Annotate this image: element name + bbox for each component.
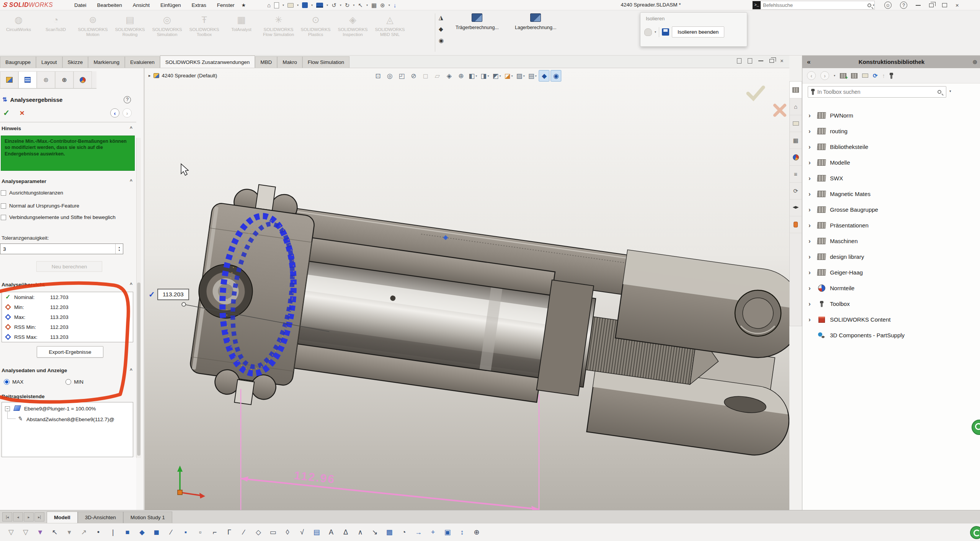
tab-motion-study-1[interactable]: Motion Study 1 — [123, 512, 172, 523]
tab-mysolidworks-training[interactable] — [790, 199, 802, 216]
tab-3d-ansichten[interactable]: 3D-Ansichten — [78, 512, 123, 523]
previous-view-icon[interactable]: ◰ — [396, 70, 407, 82]
expander-icon[interactable]: › — [808, 175, 816, 182]
cancel-button[interactable]: × — [20, 108, 24, 118]
menu-extras[interactable]: Extras — [186, 0, 211, 10]
origin-icon[interactable]: ▫ — [193, 525, 207, 539]
doc-restore-button[interactable] — [769, 59, 774, 63]
tab-forum[interactable]: ⟳ — [790, 183, 802, 199]
tab-modell[interactable]: Modell — [47, 512, 78, 523]
panel-help-icon[interactable]: ? — [124, 96, 131, 103]
graphics-viewport[interactable]: ▸ 4240 Spreader (Default) ⊡ ◎ ◰ ⊘ ◻ ▱ ◈ … — [145, 68, 789, 510]
section-view-icon[interactable]: ⊘ — [408, 70, 419, 82]
tree-item-normteile[interactable]: ›Normteile — [802, 280, 980, 296]
tree-item-bibliotheksteile[interactable]: ›Bibliotheksteile — [802, 139, 980, 155]
help-icon[interactable]: ? — [900, 2, 907, 9]
tab-propertymanager[interactable] — [18, 71, 37, 88]
hinweis-section-header[interactable]: Hinweis ^ — [2, 126, 135, 133]
expander-icon[interactable]: › — [808, 269, 816, 276]
search-caret-icon[interactable]: ▾ — [873, 3, 874, 7]
display-section-header[interactable]: Analysedaten und Anzeige ^ — [2, 368, 135, 375]
view-settings-icon[interactable]: ▤ — [527, 70, 538, 82]
select-caret-icon[interactable]: ▾ — [62, 525, 77, 539]
expander-icon[interactable]: › — [808, 253, 816, 261]
collapse-icon[interactable]: ^ — [130, 126, 132, 131]
restore-button[interactable] — [929, 3, 934, 7]
expander-icon[interactable]: › — [808, 190, 816, 198]
polygon-tool-icon[interactable]: ◆ — [135, 525, 149, 539]
tab-baugruppe[interactable]: Baugruppe — [0, 56, 36, 68]
table-icon[interactable]: ▦ — [371, 2, 377, 9]
plane-tool-icon[interactable]: ▣ — [440, 525, 455, 539]
updown-tool-icon[interactable]: ↕ — [455, 525, 469, 539]
tab-featuremanager[interactable] — [0, 71, 18, 88]
tree-item-3d-components[interactable]: 3D Components - PartSupply — [802, 327, 980, 343]
tree-item-pwnorm[interactable]: ›PWNorm — [802, 108, 980, 123]
tree-item-toolbox[interactable]: ›Toolbox — [802, 296, 980, 312]
addin-flow-simulation[interactable]: ✳SOLIDWORKS Flow Simulation — [260, 13, 297, 37]
collapse-icon[interactable]: ^ — [130, 368, 132, 373]
expander-icon[interactable]: › — [808, 206, 816, 214]
tab-home[interactable]: ⌂ — [790, 98, 802, 115]
add-file-location-icon[interactable] — [851, 73, 858, 78]
hide-hand-icon[interactable] — [644, 28, 652, 36]
next-document-icon[interactable] — [748, 58, 752, 64]
dimension-value[interactable]: 113.203 — [157, 289, 189, 300]
tab-skizze[interactable]: Skizze — [62, 56, 88, 68]
home-icon[interactable]: ⌂ — [267, 2, 271, 8]
scene-icon[interactable]: ▨ — [515, 70, 526, 82]
refresh-icon[interactable]: ⟳ — [873, 72, 878, 79]
slash-icon[interactable]: ∕ — [237, 525, 251, 539]
zoom-area-icon[interactable]: ◎ — [384, 70, 395, 82]
mass-properties-icon[interactable]: ⊕ — [456, 70, 466, 82]
create-folder-icon[interactable] — [862, 74, 868, 78]
spin-up-icon[interactable]: ▴ — [119, 246, 120, 249]
search-scope-caret-icon[interactable]: ▾ — [949, 89, 951, 93]
display-style-icon[interactable]: ◨ — [479, 70, 490, 82]
select-caret-icon[interactable]: ▾ — [366, 3, 368, 7]
tree-item-geiger-haag[interactable]: ›Geiger-Haag — [802, 265, 980, 280]
toolbox-bolt-icon[interactable] — [890, 73, 893, 79]
addin-inspection[interactable]: ◈SOLIDWORKS Inspection — [334, 13, 371, 37]
undo-caret-icon[interactable]: ▾ — [340, 3, 341, 7]
normal-origin-feature-checkbox[interactable] — [1, 203, 6, 209]
dimension-callout[interactable]: ✓ 113.203 — [149, 289, 189, 300]
doc-minimize-button[interactable] — [758, 60, 763, 61]
previous-document-icon[interactable] — [737, 58, 742, 64]
viewport-breadcrumb[interactable]: ▸ 4240 Spreader (Default) — [149, 73, 217, 78]
corner-rect-icon[interactable]: ⌐ — [207, 525, 222, 539]
shaded-view-icon[interactable]: ◆ — [539, 70, 550, 82]
doc-close-button[interactable]: × — [780, 57, 784, 64]
menu-einfuegen[interactable]: Einfügen — [155, 0, 186, 10]
tool-icon-3[interactable]: ◉ — [439, 37, 444, 44]
ellipse-tool-icon[interactable]: ◊ — [280, 525, 295, 539]
tab-appearances[interactable] — [790, 149, 802, 166]
recalculate-button[interactable]: Neu berechnen — [36, 261, 102, 272]
tab-mbd[interactable]: MBD — [255, 56, 277, 68]
open-caret-icon[interactable]: ▾ — [297, 3, 299, 7]
hide-show-items-icon[interactable]: ◩ — [491, 70, 502, 82]
expander-icon[interactable]: › — [808, 300, 816, 308]
table-tool-icon[interactable]: ▤ — [309, 525, 324, 539]
filter-colored-icon[interactable]: ▼ — [33, 525, 47, 539]
forward-icon[interactable]: › — [820, 71, 829, 80]
panel-gear-icon[interactable]: ⊛ — [972, 59, 977, 65]
print-caret-icon[interactable]: ▾ — [327, 3, 328, 7]
redo-caret-icon[interactable]: ▾ — [353, 3, 354, 7]
diamond-icon[interactable]: ◇ — [251, 525, 266, 539]
options-caret-icon[interactable]: ▾ — [389, 3, 390, 7]
toolbox-search-input[interactable] — [817, 89, 935, 95]
new-caret-icon[interactable]: ▾ — [283, 3, 284, 7]
tree-item-praesentationen[interactable]: ›Präsentationen — [802, 217, 980, 233]
options-gear-icon[interactable]: ⊛ — [380, 2, 385, 9]
expander-icon[interactable]: › — [808, 284, 816, 292]
filter-wireframe-icon[interactable]: ▽ — [4, 525, 18, 539]
tab-view-palette[interactable]: ▦ — [790, 132, 802, 149]
collapse-panel-icon[interactable]: « — [807, 58, 810, 66]
magnetic-mate-icon[interactable]: ◉ — [551, 70, 562, 82]
max-radio[interactable] — [4, 379, 10, 385]
collapse-icon[interactable]: ^ — [130, 282, 132, 287]
lasso-icon[interactable]: ↗ — [77, 525, 91, 539]
undo-icon[interactable]: ↺ — [332, 2, 336, 9]
box-tool-icon[interactable]: ◼ — [149, 525, 164, 539]
